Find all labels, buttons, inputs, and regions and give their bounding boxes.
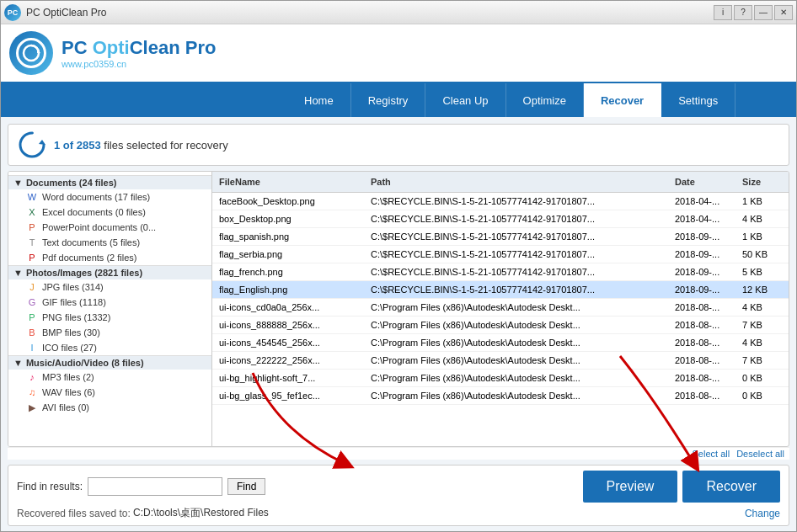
avi-icon: ▶ (25, 402, 39, 413)
tab-home[interactable]: Home (287, 83, 351, 117)
footer-panel: Find in results: Find Preview Recover Re… (8, 465, 789, 526)
titlebar: PC PC OptiClean Pro i ? — ✕ (1, 1, 796, 24)
file-row[interactable]: flag_serbia.png C:\$RECYCLE.BIN\S-1-5-21… (212, 246, 789, 263)
file-row[interactable]: flag_spanish.png C:\$RECYCLE.BIN\S-1-5-2… (212, 228, 789, 246)
save-path: C:D:\tools\桌面\Restored Files (133, 506, 269, 520)
tree-group-photos: ▼Photos/Images (2821 files) (8, 265, 211, 279)
file-list-body[interactable]: faceBook_Desktop.png C:\$RECYCLE.BIN\S-1… (212, 193, 789, 446)
help-button[interactable]: ? (734, 5, 752, 20)
status-text: 1 of 2853 files selected for recovery (54, 139, 228, 152)
titlebar-title: PC OptiClean Pro (26, 7, 106, 19)
col-filename: FileName (216, 175, 367, 189)
col-path: Path (367, 175, 671, 189)
png-icon: P (25, 311, 39, 323)
tree-item-avi[interactable]: ▶ AVI files (0) (8, 400, 211, 415)
tree-item-ico[interactable]: I ICO files (27) (8, 340, 211, 355)
tab-settings[interactable]: Settings (661, 83, 735, 117)
file-row[interactable]: ui-bg_highlight-soft_7... C:\Program Fil… (212, 370, 789, 387)
file-list-header: FileName Path Date Size (212, 172, 789, 193)
ico-icon: I (25, 342, 39, 354)
tree-item-gif[interactable]: G GIF files (1118) (8, 295, 211, 310)
file-tree[interactable]: ▼Documents (24 files) W Word documents (… (8, 172, 212, 446)
footer-row-find: Find in results: Find Preview Recover (17, 471, 780, 503)
tree-item-mp3[interactable]: ♪ MP3 files (2) (8, 370, 211, 385)
file-count: 1 of 2853 (54, 139, 101, 152)
find-label: Find in results: (17, 481, 83, 492)
text-icon: T (25, 237, 39, 248)
file-area-right: FileName Path Date Size faceBook_Desktop… (212, 172, 789, 446)
tree-item-text[interactable]: T Text documents (5 files) (8, 235, 211, 250)
file-row-selected[interactable]: flag_English.png C:\$RECYCLE.BIN\S-1-5-2… (212, 281, 789, 299)
file-row[interactable]: box_Desktop.png C:\$RECYCLE.BIN\S-1-5-21… (212, 210, 789, 228)
preview-button[interactable]: Preview (583, 471, 678, 503)
close-button[interactable]: ✕ (774, 5, 793, 20)
deselect-all-link[interactable]: Deselect all (736, 449, 784, 459)
logo-text: PC OptiClean Pro www.pc0359.cn (62, 37, 216, 69)
file-row[interactable]: flag_french.png C:\$RECYCLE.BIN\S-1-5-21… (212, 263, 789, 281)
logo-url: www.pc0359.cn (62, 59, 216, 69)
tree-item-jpg[interactable]: J JPG files (314) (8, 279, 211, 295)
refresh-icon (17, 130, 47, 160)
gif-icon: G (25, 296, 39, 308)
nav-tabs: Home Registry Clean Up Optimize Recover … (1, 83, 796, 117)
wav-icon: ♫ (25, 386, 39, 398)
tab-registry[interactable]: Registry (351, 83, 426, 117)
mp3-icon: ♪ (25, 371, 39, 383)
svg-marker-3 (39, 140, 45, 145)
col-size: Size (739, 175, 785, 189)
file-row[interactable]: ui-icons_cd0a0a_256x... C:\Program Files… (212, 299, 789, 317)
tree-item-wav[interactable]: ♫ WAV files (6) (8, 385, 211, 400)
pdf-icon: P (25, 252, 39, 263)
app-header: PC OptiClean Pro www.pc0359.cn (1, 24, 796, 83)
main-content: 1 of 2853 files selected for recovery ▼D… (1, 117, 796, 532)
app-logo-small: PC (4, 4, 21, 21)
minimize-button[interactable]: — (754, 5, 773, 20)
titlebar-left: PC PC OptiClean Pro (4, 4, 106, 21)
tab-recover[interactable]: Recover (584, 83, 661, 117)
select-deselect-bar: Select all Deselect all (8, 447, 789, 460)
info-button[interactable]: i (714, 5, 732, 20)
tree-item-pdf[interactable]: P Pdf documents (2 files) (8, 250, 211, 265)
titlebar-controls: i ? — ✕ (714, 5, 793, 20)
app-logo (9, 31, 53, 75)
file-row[interactable]: ui-bg_glass_95_fef1ec... C:\Program File… (212, 387, 789, 405)
tree-item-excel[interactable]: X Excel documents (0 files) (8, 205, 211, 220)
jpg-icon: J (25, 281, 39, 293)
recover-button[interactable]: Recover (682, 471, 780, 503)
find-input[interactable] (88, 477, 222, 496)
tree-item-png[interactable]: P PNG files (1332) (8, 310, 211, 325)
file-row[interactable]: ui-icons_454545_256x... C:\Program Files… (212, 334, 789, 352)
word-icon: W (25, 191, 39, 203)
status-bar: 1 of 2853 files selected for recovery (8, 124, 789, 166)
file-row[interactable]: ui-icons_888888_256x... C:\Program Files… (212, 317, 789, 334)
save-label: Recovered files saved to: (17, 508, 131, 519)
file-panel-wrapper: ▼Documents (24 files) W Word documents (… (8, 171, 789, 460)
file-row[interactable]: ui-icons_222222_256x... C:\Program Files… (212, 352, 789, 370)
bmp-icon: B (25, 327, 39, 338)
tree-item-ppt[interactable]: P PowerPoint documents (0... (8, 220, 211, 235)
find-button[interactable]: Find (227, 478, 265, 495)
change-link[interactable]: Change (745, 508, 780, 519)
footer-row-path: Recovered files saved to: C:D:\tools\桌面\… (17, 506, 780, 520)
col-date: Date (671, 175, 739, 189)
logo-name: PC OptiClean Pro (62, 37, 216, 59)
tab-optimize[interactable]: Optimize (506, 83, 584, 117)
logo-inner (16, 38, 46, 68)
select-all-link[interactable]: Select all (693, 449, 730, 459)
tab-cleanup[interactable]: Clean Up (425, 83, 505, 117)
ppt-icon: P (25, 221, 39, 233)
tree-item-word[interactable]: W Word documents (17 files) (8, 189, 211, 205)
svg-point-2 (20, 133, 44, 157)
excel-icon: X (25, 206, 39, 218)
tree-group-media: ▼Music/Audio/Video (8 files) (8, 355, 211, 370)
file-row[interactable]: faceBook_Desktop.png C:\$RECYCLE.BIN\S-1… (212, 193, 789, 210)
tree-group-documents: ▼Documents (24 files) (8, 175, 211, 189)
tree-item-bmp[interactable]: B BMP files (30) (8, 325, 211, 340)
file-panel: ▼Documents (24 files) W Word documents (… (8, 171, 789, 447)
